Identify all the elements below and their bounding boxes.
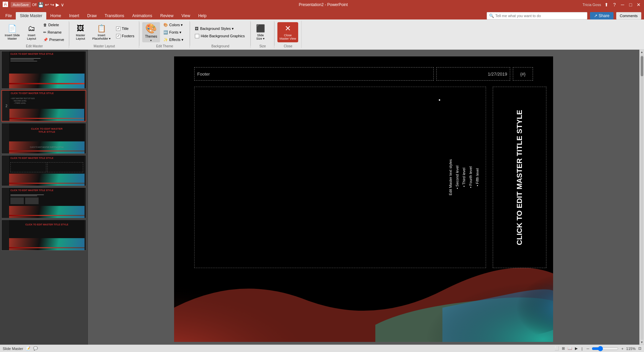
autosave-label[interactable]: AutoSave: [11, 2, 31, 7]
tab-file[interactable]: File: [1, 12, 16, 19]
master-layout-button[interactable]: 🖼 MasterLayout: [72, 22, 89, 42]
zoom-level: 115%: [626, 347, 636, 351]
scroll-thumb[interactable]: [641, 56, 643, 76]
redo-btn[interactable]: ↪: [50, 2, 54, 7]
page-num-box[interactable]: {#}: [513, 67, 533, 81]
canvas-scroll[interactable]: Footer 1/27/2019 {#} E: [88, 50, 639, 345]
edit-master-small-btns: 🗑 Delete ✏ Rename 📌 Preserve: [41, 21, 66, 43]
zoom-in-btn[interactable]: +: [621, 347, 623, 351]
search-bar[interactable]: 🔍: [487, 12, 587, 19]
office-logo: 🅰: [3, 2, 8, 8]
delete-button[interactable]: 🗑 Delete: [41, 21, 66, 28]
insert-layout-icon: 🗂: [28, 24, 35, 33]
ribbon-collapse-btn[interactable]: ⬆: [604, 2, 609, 7]
zoom-out-btn[interactable]: ─: [587, 347, 589, 351]
present-btn[interactable]: ▶: [56, 2, 59, 7]
page-num-text: {#}: [520, 72, 526, 77]
status-left: Slide Master 📝 💬: [3, 346, 38, 351]
more-btn[interactable]: ∨: [61, 2, 64, 7]
slide-thumb-5[interactable]: CLICK TO EDIT MASTER TITLE STYLE: [1, 187, 86, 218]
background-styles-icon: 🖼: [195, 27, 199, 31]
effects-button[interactable]: ✨ Effects ▾: [161, 36, 185, 43]
save-btn[interactable]: 💾: [38, 2, 44, 7]
group-master-layout: 🖼 MasterLayout 📋 InsertPlaceholder ▾ ✓ T…: [69, 21, 139, 48]
zoom-slider[interactable]: [592, 346, 619, 351]
insert-slide-master-button[interactable]: 📄 Insert SlideMaster: [3, 22, 22, 42]
comments-icon[interactable]: 💬: [33, 346, 38, 351]
tab-home[interactable]: Home: [46, 12, 65, 19]
tab-view[interactable]: View: [177, 12, 194, 19]
group-edit-theme: 🎨 Themes ▾ 🎨 Colors ▾ 🔤 Fonts ▾ ✨ Effect…: [140, 21, 190, 48]
size-content: ⬛ SlideSize ▾: [254, 21, 267, 44]
tab-slide-master[interactable]: Slide Master: [16, 12, 46, 19]
slide-thumb-3[interactable]: CLICK TO EDIT MASTERTITLE STYLE CLICK TO…: [1, 123, 86, 154]
tab-help[interactable]: Help: [194, 12, 211, 19]
share-button[interactable]: ↗ Share: [590, 12, 613, 19]
rename-button[interactable]: ✏ Rename: [41, 29, 66, 36]
background-label: Background: [193, 44, 248, 48]
close-label: Close: [277, 44, 299, 48]
bullet-fourth: • Fourth level: [469, 159, 473, 195]
slide-thumb-4[interactable]: CLICK TO EDIT MASTER TITLE STYLE: [1, 155, 86, 186]
tab-transitions[interactable]: Transitions: [101, 12, 128, 19]
tab-draw[interactable]: Draw: [83, 12, 101, 19]
master-title-text: CLICK TO EDIT MASTER TITLE STYLE: [516, 110, 524, 245]
background-styles-button[interactable]: 🖼 Background Styles ▾: [193, 25, 247, 32]
background-btns: 🖼 Background Styles ▾ Hide Background Gr…: [193, 25, 247, 39]
slide-preview-5: CLICK TO EDIT MASTER TITLE STYLE: [9, 188, 85, 218]
slideshow-btn[interactable]: ▶: [575, 346, 578, 351]
themes-button[interactable]: 🎨 Themes ▾: [142, 22, 160, 42]
colors-button[interactable]: 🎨 Colors ▾: [161, 21, 185, 28]
date-box[interactable]: 1/27/2019: [436, 67, 510, 81]
normal-view-btn[interactable]: ⬜: [554, 346, 559, 351]
footers-checkbox[interactable]: ✓: [116, 34, 120, 38]
fonts-button[interactable]: 🔤 Fonts ▾: [161, 29, 185, 36]
master-title-box[interactable]: CLICK TO EDIT MASTER TITLE STYLE: [493, 87, 546, 268]
search-icon: 🔍: [489, 13, 494, 18]
footer-text-box[interactable]: Footer: [194, 67, 434, 81]
tab-review[interactable]: Review: [156, 12, 177, 19]
preserve-button[interactable]: 📌 Preserve: [41, 36, 66, 43]
scroll-up-arrow[interactable]: ▲: [640, 50, 643, 54]
themes-label: Themes: [145, 35, 157, 38]
right-scrollbar[interactable]: ▲ ▼: [639, 50, 644, 345]
comments-button[interactable]: Comments: [616, 12, 641, 19]
restore-btn[interactable]: □: [628, 2, 633, 7]
title-checkbox[interactable]: ✓: [116, 27, 120, 31]
slide-sorter-btn[interactable]: ⊞: [562, 346, 565, 351]
slide-thumb-master[interactable]: CLICK TO EDIT MASTER TITLE STYLE: [1, 51, 86, 89]
slide-thumb-6[interactable]: CLICK TO EDIT MASTER TITLE STYLE: [1, 220, 86, 251]
slide-thumb-2[interactable]: 2 CLICK TO EDIT MASTER TITLE STYLE • EDI…: [1, 90, 86, 122]
title-checkbox-row[interactable]: ✓ Title: [114, 25, 136, 32]
title-check-label: Title: [122, 27, 128, 31]
reading-view-btn[interactable]: 📖: [568, 346, 572, 351]
tab-animations[interactable]: Animations: [128, 12, 156, 19]
slide-size-button[interactable]: ⬛ SlideSize ▾: [254, 22, 267, 42]
fonts-icon: 🔤: [163, 30, 168, 35]
master-layout-checks: ✓ Title ✓ Footers: [114, 25, 136, 39]
scroll-down-arrow[interactable]: ▼: [640, 341, 643, 344]
autosave-toggle[interactable]: Off: [32, 3, 37, 7]
close-master-view-icon: ✕: [285, 24, 291, 33]
close-btn[interactable]: ✕: [636, 2, 641, 7]
undo-btn[interactable]: ↩: [45, 2, 49, 7]
hide-bg-checkbox[interactable]: [195, 34, 199, 38]
slide-size-icon: ⬛: [256, 24, 265, 33]
close-master-view-button[interactable]: ✕ CloseMaster View: [277, 22, 298, 42]
notes-icon[interactable]: 📝: [26, 346, 31, 351]
hide-background-graphics-button[interactable]: Hide Background Graphics: [193, 33, 247, 39]
search-input[interactable]: [495, 14, 562, 18]
minimize-btn[interactable]: ─: [620, 2, 625, 7]
insert-layout-button[interactable]: 🗂 InsertLayout: [23, 22, 40, 42]
bullet-third: • Third level: [462, 159, 466, 195]
close-content: ✕ CloseMaster View: [277, 21, 298, 44]
fit-slide-btn[interactable]: ⊡: [638, 346, 641, 351]
tab-insert[interactable]: Insert: [65, 12, 83, 19]
footers-checkbox-row[interactable]: ✓ Footers: [114, 33, 136, 39]
content-area[interactable]: Edit Master text styles • Second level •…: [194, 87, 486, 268]
themes-icon: 🎨: [145, 23, 157, 34]
help-btn[interactable]: ?: [612, 2, 617, 7]
bullet-fifth: • Fifth level: [475, 159, 479, 195]
edit-theme-content: 🎨 Themes ▾ 🎨 Colors ▾ 🔤 Fonts ▾ ✨ Effect…: [142, 21, 185, 44]
insert-placeholder-button[interactable]: 📋 InsertPlaceholder ▾: [90, 22, 113, 42]
